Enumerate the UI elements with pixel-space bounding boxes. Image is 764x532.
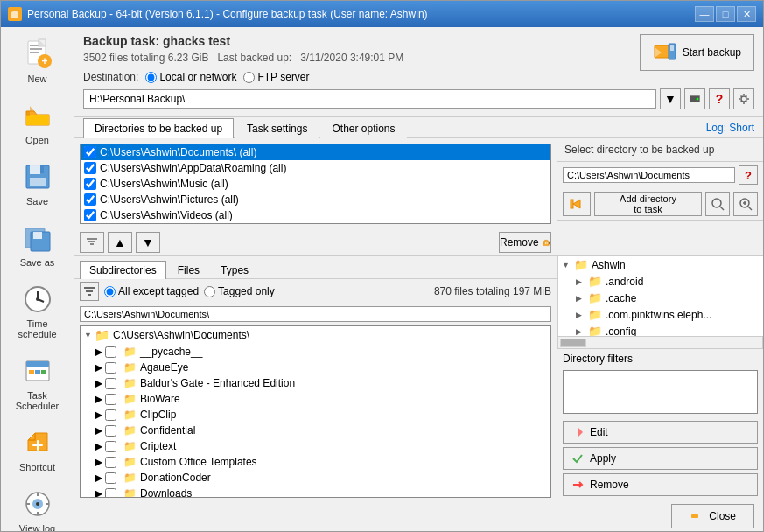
drive-icon bbox=[688, 92, 702, 106]
baldurs-expand: ▶ bbox=[95, 377, 103, 389]
radio-ftp[interactable]: FTP server bbox=[243, 71, 309, 83]
sidebar-item-open[interactable]: Open bbox=[3, 92, 73, 151]
dir-down-button[interactable]: ▼ bbox=[136, 232, 160, 253]
right-panel-path-input[interactable] bbox=[563, 167, 735, 183]
subtab-subdirectories[interactable]: Subdirectories bbox=[80, 261, 166, 279]
tab-directories[interactable]: Directories to be backed up bbox=[83, 118, 234, 138]
sidebar-item-task[interactable]: Task Scheduler bbox=[3, 347, 73, 417]
edit-filter-button[interactable]: Edit bbox=[563, 421, 758, 444]
tree-hscrollbar[interactable] bbox=[557, 337, 763, 349]
dest-path-dropdown[interactable]: ▼ bbox=[660, 88, 681, 109]
zoom-button[interactable] bbox=[733, 192, 758, 216]
main-window: Personal Backup - 64-bit (Version 6.1.1)… bbox=[0, 0, 764, 532]
subdir-agaueeye[interactable]: ▶ 📁 AgaueEye bbox=[81, 360, 550, 375]
filter-tagged[interactable]: Tagged only bbox=[204, 285, 275, 298]
sort-icon bbox=[85, 235, 99, 249]
sidebar-item-save[interactable]: Save bbox=[3, 153, 73, 213]
ashwin-folder-icon: 📁 bbox=[574, 258, 588, 271]
dir-item-5[interactable]: C:\Users\Ashwin\Videos (all) bbox=[81, 207, 550, 223]
sidebar-item-saveas[interactable]: Save as bbox=[3, 214, 73, 274]
baldurs-folder-icon: 📁 bbox=[123, 377, 137, 389]
filter-options-icon bbox=[82, 284, 96, 298]
dest-drive-button[interactable] bbox=[684, 88, 705, 109]
save-icon bbox=[20, 159, 55, 194]
dir-item-4[interactable]: C:\Users\Ashwin\Pictures (all) bbox=[81, 192, 550, 207]
destination-label: Destination: bbox=[83, 71, 138, 83]
subdir-root[interactable]: ▼ 📁 C:\Users\Ashwin\Documents\ bbox=[81, 326, 550, 344]
dir-item-3[interactable]: C:\Users\Ashwin\Music (all) bbox=[81, 176, 550, 192]
dest-path-input[interactable] bbox=[83, 89, 656, 108]
bioware-folder-icon: 📁 bbox=[123, 393, 137, 405]
dirs-toolbar: ▲ ▼ Remove bbox=[74, 229, 557, 256]
tree-cache[interactable]: ▶ 📁 .cache bbox=[558, 290, 763, 306]
dir-item-1[interactable]: C:\Users\Ashwin\Documents\ (all) bbox=[81, 144, 550, 160]
tree-hscroll-thumb[interactable] bbox=[560, 339, 586, 347]
svg-rect-50 bbox=[691, 514, 698, 518]
subdir-tree: ▼ 📁 C:\Users\Ashwin\Documents\ ▶ 📁 __pyc… bbox=[80, 326, 551, 498]
dest-help-button[interactable]: ? bbox=[709, 88, 730, 109]
svg-rect-4 bbox=[30, 52, 39, 53]
svg-rect-3 bbox=[30, 48, 42, 50]
confidential-expand: ▶ bbox=[95, 424, 103, 437]
tab-other-options[interactable]: Other options bbox=[320, 118, 406, 138]
dir-sort-button[interactable] bbox=[80, 232, 104, 253]
file-count: 870 files totaling 197 MiB bbox=[434, 285, 551, 298]
navigate-back-button[interactable] bbox=[563, 192, 591, 216]
subdir-path-input[interactable] bbox=[80, 306, 551, 322]
subdir-donationcoder[interactable]: ▶ 📁 DonationCoder bbox=[81, 470, 550, 486]
clipclip-expand: ▶ bbox=[95, 409, 103, 421]
dest-settings-button[interactable] bbox=[733, 88, 754, 109]
sidebar-item-shortcut[interactable]: Shortcut bbox=[3, 419, 73, 479]
sidebar-item-time[interactable]: Time schedule bbox=[3, 276, 73, 346]
remove-label: Remove bbox=[500, 236, 539, 248]
filter-all[interactable]: All except tagged bbox=[104, 285, 199, 298]
subdir-bioware[interactable]: ▶ 📁 BioWare bbox=[81, 391, 550, 407]
right-panel-path-row: ? bbox=[557, 162, 763, 188]
subdir-downloads[interactable]: ▶ 📁 Downloads bbox=[81, 486, 550, 498]
subdir-clipclip[interactable]: ▶ 📁 ClipClip bbox=[81, 407, 550, 423]
dir-up-button[interactable]: ▲ bbox=[108, 232, 132, 253]
config-expand: ▶ bbox=[576, 327, 586, 336]
svg-point-40 bbox=[712, 199, 721, 207]
subdir-baldurs[interactable]: ▶ 📁 Baldur's Gate - Enhanced Edition bbox=[81, 375, 550, 391]
task-title: Backup task: ghacks test bbox=[83, 34, 403, 48]
subtab-files[interactable]: Files bbox=[168, 261, 209, 279]
filter-all-label: All except tagged bbox=[118, 285, 199, 298]
shortcut-icon bbox=[20, 425, 55, 460]
subdir-customoffice[interactable]: ▶ 📁 Custom Office Templates bbox=[81, 454, 550, 470]
subdir-criptext[interactable]: ▶ 📁 Criptext bbox=[81, 438, 550, 454]
filter-options-button[interactable] bbox=[80, 282, 99, 301]
apply-filter-button[interactable]: Apply bbox=[563, 447, 758, 470]
maximize-button[interactable]: □ bbox=[716, 6, 735, 22]
tab-task-settings[interactable]: Task settings bbox=[235, 118, 319, 138]
search-button[interactable] bbox=[705, 192, 730, 216]
subdir-pycache[interactable]: ▶ 📁 __pycache__ bbox=[81, 344, 550, 360]
log-link[interactable]: Log: Short bbox=[706, 122, 754, 134]
dir-item-2[interactable]: C:\Users\Ashwin\AppData\Roaming (all) bbox=[81, 160, 550, 176]
subdirs-panel: Subdirectories Files Types bbox=[74, 256, 557, 500]
agaueeye-expand: ▶ bbox=[95, 361, 103, 374]
close-window-title-button[interactable]: ✕ bbox=[737, 6, 756, 22]
tree-pinktwins[interactable]: ▶ 📁 .com.pinktwins.eleph... bbox=[558, 306, 763, 323]
right-panel-help-button[interactable]: ? bbox=[739, 165, 758, 185]
dir-filters-label: Directory filters bbox=[563, 353, 758, 367]
subdir-confidential[interactable]: ▶ 📁 Confidential bbox=[81, 423, 550, 438]
sidebar-item-viewlog[interactable]: View log bbox=[3, 480, 73, 531]
start-backup-button[interactable]: Start backup bbox=[640, 34, 754, 71]
destination-row: Destination: Local or network FTP server bbox=[83, 71, 754, 83]
pycache-folder-icon: 📁 bbox=[123, 346, 137, 358]
svg-rect-48 bbox=[88, 294, 91, 296]
dir-remove-button[interactable]: Remove bbox=[499, 232, 551, 253]
android-expand: ▶ bbox=[576, 277, 586, 286]
sidebar-item-new[interactable]: + New bbox=[3, 31, 73, 90]
subtab-types[interactable]: Types bbox=[211, 261, 258, 279]
tree-ashwin[interactable]: ▼ 📁 Ashwin bbox=[558, 256, 763, 273]
tree-android[interactable]: ▶ 📁 .android bbox=[558, 273, 763, 290]
tree-config[interactable]: ▶ 📁 .config bbox=[558, 323, 763, 337]
tabs-row: Directories to be backed up Task setting… bbox=[74, 117, 763, 138]
radio-local[interactable]: Local or network bbox=[145, 71, 236, 83]
remove-filter-button[interactable]: Remove bbox=[563, 473, 758, 496]
close-button[interactable]: Close bbox=[671, 504, 754, 528]
add-dir-button[interactable]: Add directoryto task bbox=[594, 192, 702, 216]
minimize-button[interactable]: — bbox=[695, 6, 714, 22]
